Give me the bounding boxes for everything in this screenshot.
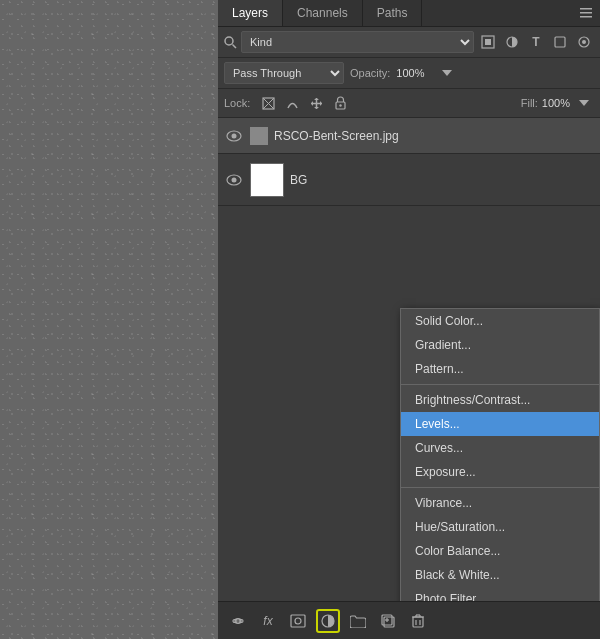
search-icon	[224, 36, 237, 49]
smart-icon-btn[interactable]	[574, 32, 594, 52]
menu-photo-filter[interactable]: Photo Filter...	[401, 587, 599, 601]
menu-levels[interactable]: Levels...	[401, 412, 599, 436]
delete-button[interactable]	[406, 609, 430, 633]
opacity-label: Opacity:	[350, 67, 390, 79]
lock-move-btn[interactable]	[306, 93, 326, 113]
fx-button[interactable]: fx	[256, 609, 280, 633]
fill-value: 100%	[542, 97, 570, 109]
lock-label: Lock:	[224, 97, 250, 109]
svg-point-3	[225, 37, 233, 45]
svg-marker-19	[311, 101, 313, 106]
fill-expand-btn[interactable]	[574, 93, 594, 113]
adjustment-icon-btn[interactable]	[502, 32, 522, 52]
svg-rect-0	[580, 8, 592, 10]
svg-rect-2	[580, 16, 592, 18]
svg-line-4	[233, 44, 237, 48]
svg-point-31	[295, 618, 301, 624]
mask-button[interactable]	[286, 609, 310, 633]
group-folder-icon	[250, 127, 268, 145]
svg-point-27	[232, 177, 237, 182]
menu-pattern[interactable]: Pattern...	[401, 357, 599, 381]
menu-solid-color[interactable]: Solid Color...	[401, 309, 599, 333]
layer-group[interactable]: RSCO-Bent-Screen.jpg	[218, 118, 600, 154]
pixel-icon-btn[interactable]	[478, 32, 498, 52]
lock-icons	[258, 93, 350, 113]
group-layer-name: RSCO-Bent-Screen.jpg	[274, 129, 594, 143]
duplicate-button[interactable]	[376, 609, 400, 633]
menu-brightness[interactable]: Brightness/Contrast...	[401, 388, 599, 412]
svg-point-25	[232, 133, 237, 138]
svg-point-10	[582, 40, 586, 44]
shape-icon-btn[interactable]	[550, 32, 570, 52]
tab-channels[interactable]: Channels	[283, 0, 363, 26]
kind-select[interactable]: Kind	[241, 31, 474, 53]
svg-point-22	[339, 104, 341, 106]
menu-gradient[interactable]: Gradient...	[401, 333, 599, 357]
separator-2	[401, 487, 599, 488]
svg-rect-1	[580, 12, 592, 14]
canvas-texture	[0, 0, 218, 639]
context-menu: Solid Color... Gradient... Pattern... Br…	[400, 308, 600, 601]
menu-icon	[580, 8, 592, 18]
menu-hue-sat[interactable]: Hue/Saturation...	[401, 515, 599, 539]
visibility-eye-group[interactable]	[224, 126, 244, 146]
bottom-toolbar: fx	[218, 601, 600, 639]
canvas-area	[0, 0, 218, 639]
svg-rect-6	[485, 39, 491, 45]
blend-mode-select[interactable]: Pass Through	[224, 62, 344, 84]
menu-color-balance[interactable]: Color Balance...	[401, 539, 599, 563]
lock-row: Lock:	[218, 89, 600, 118]
tabs-bar: Layers Channels Paths	[218, 0, 600, 27]
lock-all-btn[interactable]	[330, 93, 350, 113]
svg-marker-17	[314, 98, 319, 100]
visibility-eye-bg[interactable]	[224, 170, 244, 190]
tab-paths[interactable]: Paths	[363, 0, 423, 26]
lock-paint-btn[interactable]	[282, 93, 302, 113]
panel-menu-button[interactable]	[572, 0, 600, 26]
layer-list[interactable]: RSCO-Bent-Screen.jpg BG Solid Color... G…	[218, 118, 600, 601]
group-button[interactable]	[346, 609, 370, 633]
menu-black-white[interactable]: Black & White...	[401, 563, 599, 587]
separator-1	[401, 384, 599, 385]
svg-marker-20	[320, 101, 322, 106]
tab-layers[interactable]: Layers	[218, 0, 283, 26]
svg-rect-37	[413, 617, 423, 627]
layer-bg[interactable]: BG	[218, 154, 600, 206]
svg-marker-23	[579, 100, 589, 106]
tabs-spacer	[422, 0, 572, 26]
opacity-expand-btn[interactable]	[437, 63, 457, 83]
layer-thumbnail	[250, 163, 284, 197]
svg-marker-11	[442, 70, 452, 76]
svg-marker-18	[314, 107, 319, 109]
svg-rect-8	[555, 37, 565, 47]
layers-panel: Layers Channels Paths Kind	[218, 0, 600, 639]
opacity-value: 100%	[396, 67, 431, 79]
menu-vibrance[interactable]: Vibrance...	[401, 491, 599, 515]
lock-pixels-btn[interactable]	[258, 93, 278, 113]
svg-rect-30	[291, 615, 305, 627]
link-button[interactable]	[226, 609, 250, 633]
bg-layer-name: BG	[290, 173, 594, 187]
adjustment-layer-button[interactable]	[316, 609, 340, 633]
kind-row: Kind T	[218, 27, 600, 58]
menu-curves[interactable]: Curves...	[401, 436, 599, 460]
menu-exposure[interactable]: Exposure...	[401, 460, 599, 484]
fill-row: Fill: 100%	[521, 93, 594, 113]
fill-label: Fill:	[521, 97, 538, 109]
type-icon-btn[interactable]: T	[526, 32, 546, 52]
